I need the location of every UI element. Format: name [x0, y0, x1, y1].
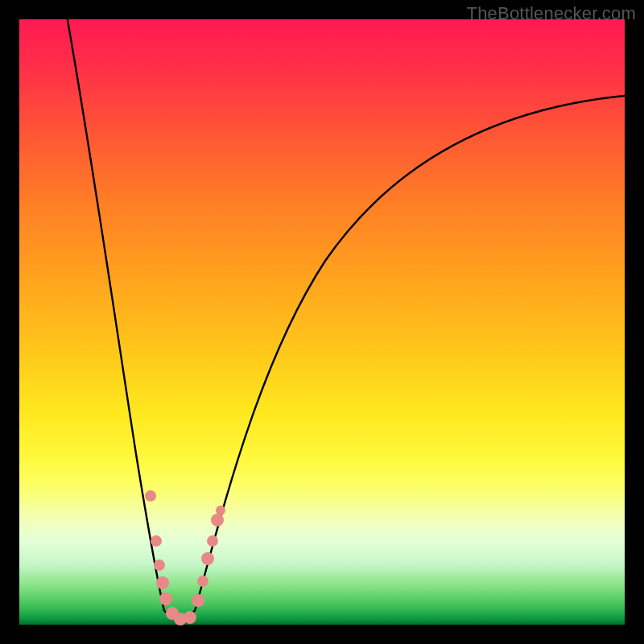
- watermark-text: TheBottlenecker.com: [467, 3, 636, 24]
- svg-point-12: [211, 514, 224, 526]
- svg-point-9: [197, 576, 208, 587]
- svg-point-7: [184, 611, 196, 624]
- svg-point-0: [145, 490, 156, 502]
- svg-point-10: [201, 552, 214, 565]
- svg-point-8: [192, 594, 204, 607]
- right-curve: [195, 96, 625, 611]
- svg-point-4: [159, 592, 172, 605]
- data-points: [145, 490, 225, 625]
- svg-point-3: [156, 576, 169, 589]
- svg-point-11: [207, 535, 218, 547]
- plot-area: [19, 19, 625, 625]
- svg-point-1: [151, 535, 162, 547]
- left-curve: [66, 11, 164, 611]
- chart-container: TheBottlenecker.com: [0, 0, 644, 644]
- svg-point-2: [154, 559, 165, 571]
- curves-layer: [19, 19, 625, 625]
- svg-point-13: [216, 506, 225, 515]
